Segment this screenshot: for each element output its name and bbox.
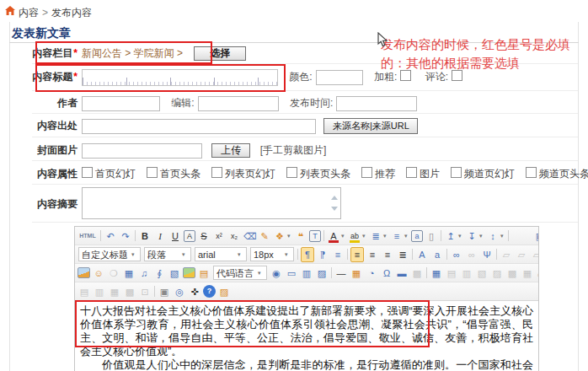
author-input[interactable]	[82, 96, 160, 111]
paragraph-space-before-dropdown-icon[interactable]: ▾	[458, 228, 464, 245]
bold-icon[interactable]: B	[138, 229, 152, 244]
checkbox-icon[interactable]	[147, 167, 158, 178]
insert-date-icon[interactable]: ▦	[350, 266, 363, 281]
to-lowercase-icon[interactable]: a	[430, 247, 444, 262]
ordered-list-dropdown-icon[interactable]: ▾	[383, 228, 389, 245]
insert-link-icon[interactable]: ∞	[450, 247, 463, 262]
title-color-input[interactable]	[316, 70, 363, 85]
highlight-color-icon[interactable]: ab	[348, 229, 361, 244]
checkbox-icon[interactable]	[211, 167, 222, 178]
checkbox-icon[interactable]	[406, 167, 417, 178]
content-attr-option[interactable]: 首页头条	[147, 168, 200, 180]
remove-format-icon[interactable]: ⌫	[243, 229, 256, 244]
paste-icon[interactable]: ▨	[217, 284, 231, 299]
paragraph-space-after-dropdown-icon[interactable]: ▾	[479, 228, 485, 245]
insert-document-icon[interactable]: ▤	[197, 266, 211, 281]
image-manager-icon[interactable]	[78, 267, 90, 278]
align-justify-icon[interactable]: ≣	[396, 247, 409, 262]
content-attr-option[interactable]: 首页幻灯	[82, 168, 136, 180]
checkbox-icon[interactable]	[451, 167, 462, 178]
find-replace-icon[interactable]: ✜	[188, 284, 201, 299]
anchor-icon[interactable]: Ψ	[480, 247, 494, 262]
insert-media-icon[interactable]: ◉	[270, 266, 283, 281]
insert-attachment-icon[interactable]: ∮	[152, 266, 166, 281]
source-name-url-button[interactable]: 来源名称|来源URL	[323, 118, 418, 134]
unordered-list-dropdown-icon[interactable]: ▾	[404, 228, 410, 245]
help-icon[interactable]: ?	[203, 285, 216, 298]
paragraph-space-before-icon[interactable]: ↥	[444, 229, 457, 244]
blockquote-icon[interactable]: ❝	[294, 229, 307, 244]
publish-time-input[interactable]	[336, 96, 417, 111]
content-attr-option[interactable]: 推荐	[361, 168, 395, 180]
content-summary-textarea[interactable]	[82, 187, 341, 219]
screenshot-icon[interactable]: ▨	[315, 266, 329, 281]
insert-music-icon[interactable]: ♫	[137, 266, 151, 281]
redo-icon[interactable]: ↷	[119, 229, 132, 244]
clear-format-icon[interactable]: ≡	[331, 247, 345, 262]
underline-icon[interactable]: U	[168, 229, 182, 244]
editor-input[interactable]	[198, 96, 279, 111]
paste-plain-text-icon[interactable]: T	[309, 230, 321, 242]
scroll-down-icon[interactable]	[331, 207, 338, 211]
content-attr-option[interactable]: 频道页头条	[526, 168, 588, 180]
html-source-icon[interactable]: HTML	[78, 229, 98, 244]
paragraph-space-after-icon[interactable]: ↧	[465, 229, 478, 244]
font-color-dropdown-icon[interactable]: ▾	[341, 228, 347, 245]
insert-columns-icon[interactable]: ▥	[300, 266, 313, 281]
content-title-input[interactable]	[82, 69, 278, 86]
special-characters-icon[interactable]: Ω	[380, 266, 393, 281]
checkbox-icon[interactable]	[286, 167, 297, 178]
breadcrumb-section[interactable]: 内容	[19, 7, 39, 19]
checkbox-icon[interactable]	[82, 167, 93, 178]
font-border-icon[interactable]: A	[184, 230, 195, 242]
insert-hr-icon[interactable]: —	[334, 266, 348, 281]
content-source-input[interactable]	[82, 119, 316, 134]
checkbox-icon[interactable]	[526, 167, 537, 178]
font-select[interactable]: arial▾	[195, 247, 247, 261]
fullscreen-icon[interactable]: ▣	[533, 229, 538, 244]
home-icon[interactable]	[5, 6, 15, 15]
content-attr-option[interactable]: 列表页幻灯	[211, 168, 275, 180]
subscript-icon[interactable]: x₂	[227, 229, 241, 244]
align-right-icon[interactable]: ≡	[381, 247, 394, 262]
align-left-icon[interactable]: ≡	[350, 247, 364, 262]
content-attr-option[interactable]: 频道页幻灯	[451, 168, 515, 180]
undo-icon[interactable]: ↶	[104, 229, 117, 244]
insert-template-icon[interactable]: ▯	[425, 229, 438, 244]
insert-code-icon[interactable]: ▭	[285, 266, 298, 281]
scroll-up-icon[interactable]	[331, 196, 338, 200]
italic-icon[interactable]: I	[153, 229, 167, 244]
ordered-list-icon[interactable]: ≣	[369, 229, 382, 244]
content-attr-option[interactable]: 列表页头条	[286, 168, 350, 180]
unordered-list-icon[interactable]: ≡	[390, 229, 404, 244]
editor-content-area[interactable]: 十八大报告对社会主义核心价值体系建设提出了新部署新要求，强调“要深入开展社会主义…	[75, 301, 538, 371]
style-select[interactable]: 自定义标题▾	[78, 247, 141, 261]
format-brush-icon[interactable]: ✎	[258, 229, 271, 244]
to-uppercase-icon[interactable]: A	[415, 247, 429, 262]
superscript-icon[interactable]: x²	[212, 229, 226, 244]
highlight-color-dropdown-icon[interactable]: ▾	[362, 228, 368, 245]
code-language-select[interactable]: 代码语言▾	[213, 266, 267, 280]
auto-typeset-icon[interactable]: a	[411, 230, 423, 242]
upload-button[interactable]: 上传	[211, 143, 250, 158]
font-color-icon[interactable]: A	[327, 229, 340, 244]
content-attr-option[interactable]: 图片	[406, 168, 440, 180]
checkbox-icon[interactable]	[361, 167, 372, 178]
quick-typeset-dropdown-icon[interactable]: ▾	[287, 228, 293, 245]
line-height-icon[interactable]: ↕	[486, 229, 500, 244]
quick-typeset-icon[interactable]: ❖	[273, 229, 286, 244]
align-center-icon[interactable]: ≡	[366, 247, 379, 262]
direction-rtl-icon[interactable]: ¶	[316, 247, 329, 262]
font-size-select[interactable]: 18px▾	[250, 247, 294, 261]
page-break-icon[interactable]: ▬	[395, 266, 409, 281]
select-column-button[interactable]: 选择	[194, 46, 246, 61]
print-icon[interactable]: ▣	[158, 284, 171, 299]
insert-table-icon[interactable]: ▦	[430, 266, 443, 281]
insert-video-icon[interactable]: ▦	[122, 266, 136, 281]
format-select[interactable]: 段落▾	[144, 247, 191, 261]
cover-image-input[interactable]	[82, 143, 202, 159]
strikethrough-icon[interactable]: S	[197, 229, 211, 244]
direction-ltr-icon[interactable]: ¶	[301, 247, 314, 262]
insert-time-icon[interactable]: ◔	[365, 266, 378, 281]
preview-icon[interactable]: ◎	[173, 284, 186, 299]
